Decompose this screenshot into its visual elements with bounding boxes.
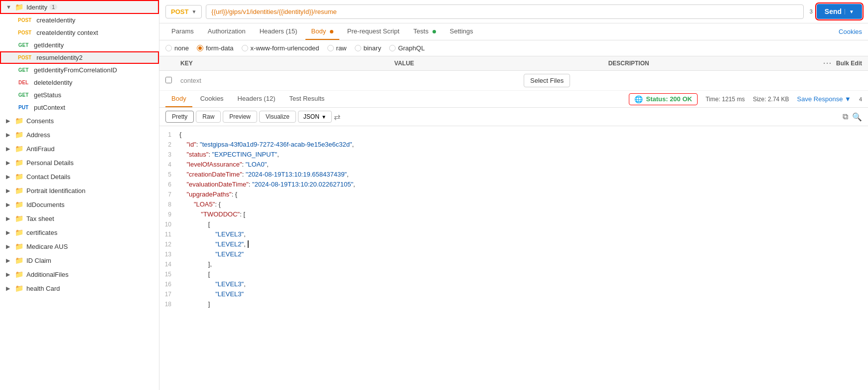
folder-icon: 📁	[15, 270, 23, 278]
sidebar-item-tax-sheet[interactable]: ▶ 📁 Tax sheet	[0, 211, 159, 225]
folder-icon: 📁	[15, 228, 23, 236]
sidebar-item-personal-details[interactable]: ▶ 📁 Personal Details	[0, 156, 159, 170]
radio-circle-form-data	[197, 45, 203, 51]
raw-button[interactable]: Raw	[196, 111, 221, 123]
sub-item-label: getIdentity	[34, 41, 64, 49]
method-label: POST	[171, 8, 188, 15]
sidebar-sub-item-deleteIdentity[interactable]: DEL deleteIdentity	[0, 76, 159, 89]
radio-raw[interactable]: raw	[327, 44, 347, 52]
code-line: 16 "LEVEL3",	[159, 280, 868, 290]
radio-form-data[interactable]: form-data	[197, 44, 234, 52]
row-checkbox[interactable]	[165, 77, 172, 83]
sidebar-item-additional-files[interactable]: ▶ 📁 AdditionalFiles	[0, 267, 159, 281]
status-badge: 🌐 Status: 200 OK	[629, 93, 697, 105]
radio-x-www-form-urlencoded[interactable]: x-www-form-urlencoded	[242, 44, 319, 52]
folder-icon: 📁	[15, 284, 23, 292]
bulk-edit-button[interactable]: Bulk Edit	[836, 60, 862, 67]
radio-binary[interactable]: binary	[355, 44, 381, 52]
method-badge-del: DEL	[16, 79, 31, 86]
url-input[interactable]: {{url}}/gips/v1/identities/{{identityId}…	[206, 4, 803, 19]
select-files-button[interactable]: Select Files	[524, 74, 570, 87]
tab-body[interactable]: Body	[305, 23, 339, 40]
value-cell: Select Files	[524, 74, 862, 87]
sidebar-item-label: Medicare AUS	[26, 243, 68, 250]
code-line: 5 "creationDateTime": "2024-08-19T13:10:…	[159, 170, 868, 180]
body-options: none form-data x-www-form-urlencoded raw…	[159, 40, 868, 56]
preview-button[interactable]: Preview	[223, 111, 257, 123]
tab-headers[interactable]: Headers (15)	[254, 23, 303, 40]
dropdown-arrow-icon: ▼	[191, 9, 196, 14]
code-line: 1 {	[159, 130, 868, 140]
folder-icon: 📁	[15, 173, 23, 181]
chevron-right-icon: ▶	[6, 160, 13, 166]
sidebar-item-identity[interactable]: ▼ 📁 Identity 1	[0, 0, 159, 14]
copy-button[interactable]: ⧉	[843, 112, 848, 121]
response-section: Body Cookies Headers (12) Test Results 🌐…	[159, 91, 868, 390]
tab-pre-request[interactable]: Pre-request Script	[341, 23, 406, 40]
code-line: 7 "upgradePaths": {	[159, 190, 868, 200]
sidebar-item-health-card[interactable]: ▶ 📁 health Card	[0, 281, 159, 295]
badge-3: 3	[810, 8, 813, 14]
save-response-button[interactable]: Save Response ▼	[797, 95, 851, 103]
radio-none[interactable]: none	[165, 44, 189, 52]
sidebar-item-antifraud[interactable]: ▶ 📁 AntiFraud	[0, 142, 159, 156]
code-line: 2 "id": "testgipsa-43f0a1d9-7272-436f-ac…	[159, 140, 868, 150]
radio-graphql[interactable]: GraphQL	[389, 44, 425, 52]
chevron-right-icon: ▶	[6, 215, 13, 222]
sidebar-sub-item-createIdentityContext[interactable]: POST createIdentity context	[0, 26, 159, 39]
sidebar-sub-item-getIdentityFromCorrelationID[interactable]: GET getIdentityFromCorrelationID	[0, 64, 159, 76]
sidebar-item-address[interactable]: ▶ 📁 Address	[0, 128, 159, 142]
sub-item-label: getStatus	[34, 91, 61, 99]
sidebar-item-medicare-aus[interactable]: ▶ 📁 Medicare AUS	[0, 239, 159, 253]
json-format-dropdown[interactable]: JSON ▼	[298, 111, 332, 123]
sidebar-item-certificates[interactable]: ▶ 📁 certificates	[0, 225, 159, 239]
sidebar-item-consents[interactable]: ▶ 📁 Consents	[0, 114, 159, 128]
chevron-right-icon: ▶	[6, 132, 13, 138]
sidebar-item-id-claim[interactable]: ▶ 📁 ID Claim	[0, 253, 159, 267]
search-button[interactable]: 🔍	[852, 112, 862, 122]
send-button[interactable]: Send ▼	[817, 4, 862, 19]
sidebar-sub-item-createIdentity[interactable]: POST createIdentity	[0, 14, 159, 26]
send-arrow-icon: ▼	[845, 9, 854, 14]
tab-settings[interactable]: Settings	[444, 23, 479, 40]
response-tab-headers[interactable]: Headers (12)	[232, 91, 282, 107]
dropdown-arrow-icon: ▼	[321, 114, 326, 120]
key-cell[interactable]: context	[180, 77, 524, 84]
tab-params[interactable]: Params	[165, 23, 200, 40]
url-text: {{url}}/gips/v1/identities/{{identityId}…	[211, 8, 337, 15]
visualize-button[interactable]: Visualize	[259, 111, 296, 123]
tab-tests[interactable]: Tests	[408, 23, 442, 40]
sidebar-sub-item-putContext[interactable]: PUT putContext	[0, 101, 159, 114]
kv-row-context: context Select Files	[159, 71, 868, 91]
three-dots-icon[interactable]: ···	[823, 59, 832, 67]
sidebar-sub-item-getStatus[interactable]: GET getStatus	[0, 89, 159, 101]
code-line: 8 "LOA5": {	[159, 200, 868, 210]
chevron-right-icon: ▶	[6, 229, 13, 236]
code-line: 10 [	[159, 220, 868, 230]
folder-icon: 📁	[15, 159, 23, 167]
response-time: Time: 1215 ms	[706, 96, 745, 103]
sidebar-sub-item-getIdentity[interactable]: GET getIdentity	[0, 39, 159, 51]
radio-circle-raw	[327, 45, 334, 51]
radio-circle-urlencoded	[242, 45, 248, 51]
method-dropdown[interactable]: POST ▼	[165, 5, 202, 18]
sidebar-item-id-documents[interactable]: ▶ 📁 IdDocuments	[0, 197, 159, 211]
sidebar-item-contact-details[interactable]: ▶ 📁 Contact Details	[0, 170, 159, 184]
sidebar-item-label: health Card	[26, 285, 60, 292]
sidebar-item-portrait-identification[interactable]: ▶ 📁 Portrait Identification	[0, 184, 159, 197]
response-tab-cookies[interactable]: Cookies	[194, 91, 230, 107]
radio-circle-none	[165, 45, 172, 51]
badge-2: 2	[79, 54, 83, 61]
response-tab-body[interactable]: Body	[165, 91, 192, 107]
sub-item-label: putContext	[34, 104, 65, 111]
tab-authorization[interactable]: Authorization	[202, 23, 252, 40]
response-tab-test-results[interactable]: Test Results	[283, 91, 330, 107]
sub-item-label: createIdentity context	[36, 29, 98, 36]
sidebar-sub-item-resumeIdentity[interactable]: POST resumeIdentity 2	[0, 51, 159, 64]
pretty-button[interactable]: Pretty	[165, 111, 194, 123]
cookies-link[interactable]: Cookies	[839, 28, 862, 35]
filter-icon[interactable]: ⇄	[334, 112, 340, 122]
sidebar-item-label: Tax sheet	[26, 215, 54, 222]
method-badge-post: POST	[16, 29, 33, 36]
send-label: Send	[825, 7, 842, 15]
